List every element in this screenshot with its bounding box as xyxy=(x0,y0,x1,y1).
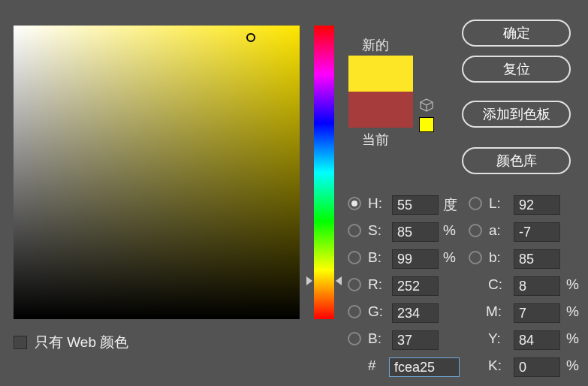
L-label: L: xyxy=(489,195,501,212)
black-unit: % xyxy=(566,357,579,374)
brightness-unit: % xyxy=(443,249,456,266)
brightness-input[interactable]: 99 xyxy=(392,249,439,269)
sv-cursor[interactable] xyxy=(246,33,255,42)
green-label: G: xyxy=(368,303,383,320)
saturation-radio[interactable] xyxy=(348,224,361,237)
color-libraries-button[interactable]: 颜色库 xyxy=(462,147,571,174)
cyan-unit: % xyxy=(566,276,579,293)
brightness-radio[interactable] xyxy=(348,251,361,264)
yellow-label: Y: xyxy=(488,330,501,347)
web-colors-label: 只有 Web 颜色 xyxy=(35,333,128,352)
saturation-unit: % xyxy=(443,222,456,239)
hue-unit: 度 xyxy=(443,195,457,215)
L-input[interactable]: 92 xyxy=(514,195,560,215)
brightness-label: B: xyxy=(368,249,381,266)
saturation-label: S: xyxy=(368,222,381,239)
hue-arrow-left-icon xyxy=(306,276,312,285)
red-radio[interactable] xyxy=(348,278,361,291)
a-radio[interactable] xyxy=(469,224,482,237)
black-label: K: xyxy=(488,357,502,374)
red-input[interactable]: 252 xyxy=(392,276,439,296)
saturation-input[interactable]: 85 xyxy=(392,222,439,242)
L-radio[interactable] xyxy=(469,197,482,210)
web-colors-row: 只有 Web 颜色 xyxy=(14,333,128,352)
blue-label: B: xyxy=(368,330,381,347)
magenta-label: M: xyxy=(486,303,502,320)
red-label: R: xyxy=(368,276,382,293)
a-input[interactable]: -7 xyxy=(514,222,560,242)
nearest-web-swatch[interactable] xyxy=(419,117,434,132)
blue-radio[interactable] xyxy=(348,332,361,345)
current-color-label: 当前 xyxy=(362,131,389,149)
yellow-unit: % xyxy=(566,330,579,347)
cyan-input[interactable]: 8 xyxy=(514,276,560,296)
yellow-input[interactable]: 84 xyxy=(514,330,560,350)
hue-input[interactable]: 55 xyxy=(392,195,439,215)
ok-button[interactable]: 确定 xyxy=(462,20,571,47)
gamut-warning-cube-icon[interactable] xyxy=(419,98,434,113)
hue-radio[interactable] xyxy=(348,197,361,210)
black-input[interactable]: 0 xyxy=(514,357,560,377)
hex-input[interactable]: fcea25 xyxy=(389,357,460,377)
reset-button[interactable]: 复位 xyxy=(462,56,571,83)
magenta-input[interactable]: 7 xyxy=(514,303,560,323)
web-colors-checkbox[interactable] xyxy=(14,336,27,349)
hue-arrow-right-icon xyxy=(336,276,342,285)
green-input[interactable]: 234 xyxy=(392,303,439,323)
a-label: a: xyxy=(489,222,501,239)
color-picker-panel: 新的 当前 确定 复位 添加到色板 颜色库 只有 Web 颜色 H: 55 度 … xyxy=(0,0,588,386)
hue-slider[interactable] xyxy=(314,26,334,319)
hex-label: # xyxy=(368,357,376,374)
blue-input[interactable]: 37 xyxy=(392,330,439,350)
green-radio[interactable] xyxy=(348,305,361,318)
hue-label: H: xyxy=(368,195,382,212)
saturation-value-field[interactable] xyxy=(14,26,300,319)
b-radio[interactable] xyxy=(469,251,482,264)
new-color-label: 新的 xyxy=(362,36,389,54)
magenta-unit: % xyxy=(566,303,579,320)
b-label: b: xyxy=(489,249,501,266)
current-color-swatch[interactable] xyxy=(348,92,413,128)
cyan-label: C: xyxy=(488,276,502,293)
b-input[interactable]: 85 xyxy=(514,249,560,269)
new-color-swatch xyxy=(348,56,413,92)
add-to-swatches-button[interactable]: 添加到色板 xyxy=(462,101,571,128)
